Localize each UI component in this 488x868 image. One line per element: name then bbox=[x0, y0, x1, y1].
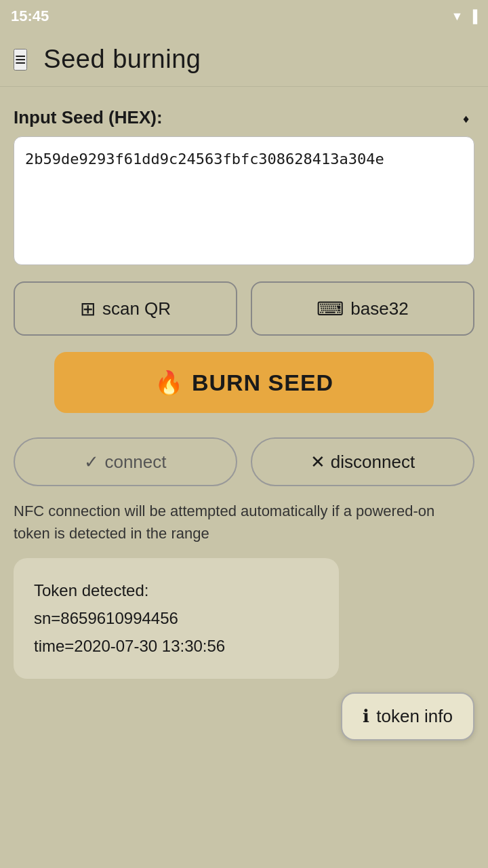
burn-seed-label: BURN SEED bbox=[192, 370, 333, 396]
nfc-info-text: NFC connection will be attempted automat… bbox=[14, 500, 474, 545]
token-line1: Token detected: bbox=[34, 577, 319, 605]
input-section: Input Seed (HEX): ⬧ bbox=[14, 107, 474, 268]
battery-icon: ▐ bbox=[468, 9, 477, 24]
token-info-wrap: ℹ token info bbox=[14, 692, 474, 741]
input-label-row: Input Seed (HEX): ⬧ bbox=[14, 107, 474, 128]
info-icon: ℹ bbox=[363, 706, 369, 727]
status-time: 15:45 bbox=[11, 7, 49, 25]
scan-qr-label: scan QR bbox=[102, 298, 171, 319]
base32-label: base32 bbox=[350, 298, 408, 319]
base32-button[interactable]: ⌨ base32 bbox=[251, 281, 474, 336]
token-info-label: token info bbox=[376, 706, 453, 727]
disconnect-button[interactable]: ✕ disconnect bbox=[251, 437, 474, 486]
qr-icon: ⊞ bbox=[80, 298, 96, 320]
seed-input[interactable] bbox=[14, 136, 474, 265]
flame-icon: 🔥 bbox=[155, 369, 184, 396]
scan-qr-button[interactable]: ⊞ scan QR bbox=[14, 281, 237, 336]
clear-button[interactable]: ⬧ bbox=[462, 109, 474, 127]
wifi-icon: ▼ bbox=[451, 9, 463, 24]
burn-seed-button[interactable]: 🔥 BURN SEED bbox=[54, 352, 434, 413]
token-info-button[interactable]: ℹ token info bbox=[341, 692, 474, 741]
x-icon: ✕ bbox=[310, 452, 325, 473]
page-title: Seed burning bbox=[43, 45, 201, 74]
hamburger-icon: ≡ bbox=[15, 49, 26, 70]
connect-button[interactable]: ✓ connect bbox=[14, 437, 237, 486]
status-bar: 15:45 ▼ ▐ bbox=[0, 0, 488, 33]
connect-row: ✓ connect ✕ disconnect bbox=[14, 437, 474, 486]
connect-label: connect bbox=[104, 452, 166, 473]
keyboard-icon: ⌨ bbox=[317, 298, 344, 320]
token-line2: sn=8659610994456 bbox=[34, 605, 319, 633]
disconnect-label: disconnect bbox=[331, 452, 415, 473]
action-row: ⊞ scan QR ⌨ base32 bbox=[14, 281, 474, 336]
main-content: Input Seed (HEX): ⬧ ⊞ scan QR ⌨ base32 🔥… bbox=[0, 87, 488, 868]
checkmark-icon: ✓ bbox=[84, 452, 99, 473]
app-bar: ≡ Seed burning bbox=[0, 33, 488, 87]
token-detected-card: Token detected: sn=8659610994456 time=20… bbox=[14, 558, 339, 679]
hamburger-menu-button[interactable]: ≡ bbox=[14, 49, 27, 71]
burn-seed-wrap: 🔥 BURN SEED bbox=[14, 352, 474, 413]
eraser-icon: ⬧ bbox=[462, 109, 470, 127]
status-icons: ▼ ▐ bbox=[451, 9, 477, 24]
token-line3: time=2020-07-30 13:30:56 bbox=[34, 633, 319, 660]
seed-input-label: Input Seed (HEX): bbox=[14, 107, 163, 128]
